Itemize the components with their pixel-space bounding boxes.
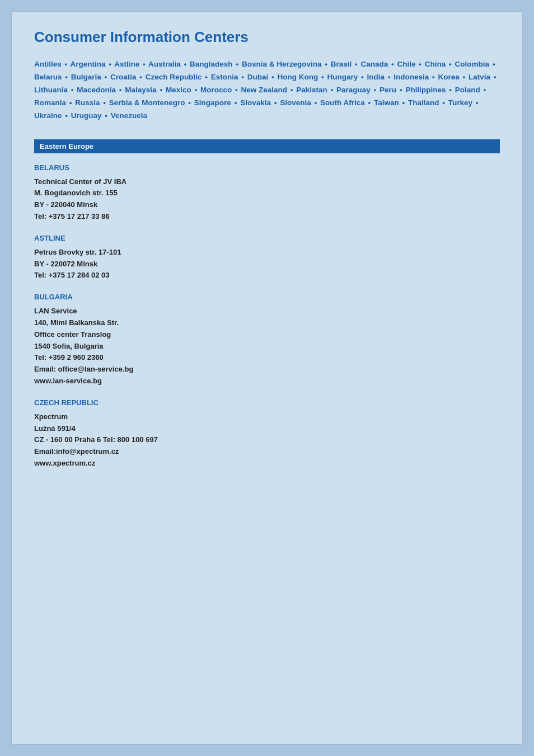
- nav-link[interactable]: Latvia: [469, 73, 490, 81]
- nav-link[interactable]: Dubai: [247, 73, 269, 81]
- bullet: •: [291, 86, 293, 94]
- nav-link[interactable]: Malaysia: [125, 86, 156, 94]
- bullet: •: [188, 98, 191, 107]
- section: Eastern EuropeBELARUSTechnical Center of…: [34, 139, 500, 469]
- nav-link[interactable]: Singapore: [194, 98, 231, 107]
- nav-link[interactable]: Estonia: [211, 73, 238, 81]
- bullet: •: [432, 73, 435, 81]
- nav-link[interactable]: Thailand: [408, 98, 439, 107]
- bullet: •: [388, 73, 391, 81]
- bullet: •: [374, 86, 377, 94]
- nav-link[interactable]: Mexico: [166, 86, 191, 94]
- bullet: •: [494, 73, 496, 81]
- country-section: ASTLINEPetrus Brovky str. 17-101BY - 220…: [34, 234, 500, 281]
- nav-link[interactable]: Uruguay: [71, 111, 102, 120]
- nav-link[interactable]: Czech Republic: [146, 73, 202, 81]
- nav-link[interactable]: Pakistan: [296, 86, 327, 94]
- nav-link[interactable]: South Africa: [320, 98, 365, 107]
- nav-link[interactable]: Colombia: [455, 60, 490, 68]
- country-section: BULGARIALAN Service140, Mimi Balkanska S…: [34, 293, 500, 387]
- bullet: •: [483, 86, 486, 94]
- nav-link[interactable]: India: [367, 73, 385, 81]
- bullet: •: [315, 98, 317, 107]
- nav-link[interactable]: Venezuela: [111, 111, 147, 120]
- bullet: •: [463, 73, 466, 81]
- bullet: •: [235, 98, 237, 107]
- country-name: ASTLINE: [34, 234, 500, 242]
- bullet: •: [331, 86, 334, 94]
- country-name: BELARUS: [34, 163, 500, 172]
- bullet: •: [449, 60, 452, 68]
- nav-link[interactable]: Paraguay: [336, 86, 371, 94]
- bullet: •: [493, 60, 495, 68]
- bullet: •: [241, 73, 244, 81]
- bullet: •: [355, 60, 358, 68]
- address-block: LAN Service140, Mimi Balkanska Str.Offic…: [34, 306, 500, 387]
- nav-link[interactable]: Hong Kong: [277, 73, 318, 81]
- nav-link[interactable]: Croatia: [110, 73, 137, 81]
- nav-link[interactable]: Poland: [455, 86, 480, 94]
- bullet: •: [143, 60, 146, 68]
- nav-link[interactable]: Romania: [34, 98, 66, 107]
- nav-link[interactable]: Lithuania: [34, 86, 68, 94]
- nav-link[interactable]: Bosnia & Herzegovina: [242, 60, 322, 68]
- bullet: •: [109, 60, 111, 68]
- nav-link[interactable]: Argentina: [71, 60, 106, 68]
- nav-link[interactable]: Brasil: [331, 60, 352, 68]
- nav-link[interactable]: Slovenia: [280, 98, 311, 107]
- bullet: •: [419, 60, 421, 68]
- nav-link[interactable]: Bangladesh: [190, 60, 233, 68]
- bullet: •: [449, 86, 452, 94]
- bullet: •: [160, 86, 162, 94]
- bullet: •: [69, 98, 72, 107]
- address-block: Petrus Brovky str. 17-101BY - 220072 Min…: [34, 247, 500, 281]
- bullet: •: [442, 98, 445, 107]
- bullet: •: [105, 111, 107, 120]
- bullet: •: [271, 73, 274, 81]
- nav-link[interactable]: Slovakia: [240, 98, 271, 107]
- bullet: •: [103, 98, 106, 107]
- bullet: •: [194, 86, 197, 94]
- bullet: •: [205, 73, 208, 81]
- nav-link[interactable]: Bulgaria: [71, 73, 101, 81]
- bullet: •: [391, 60, 394, 68]
- nav-link[interactable]: Turkey: [448, 98, 472, 107]
- nav-link[interactable]: Belarus: [34, 73, 62, 81]
- country-section: CZECH REPUBLICXpectrumLužná 591/4CZ - 16…: [34, 398, 500, 469]
- bullet: •: [321, 73, 324, 81]
- nav-link[interactable]: Serbia & Montenegro: [109, 98, 185, 107]
- nav-link[interactable]: Indonesia: [394, 73, 429, 81]
- nav-link[interactable]: Antilles: [34, 60, 62, 68]
- bullet: •: [325, 60, 327, 68]
- bullet: •: [139, 73, 142, 81]
- nav-link[interactable]: Taiwan: [374, 98, 399, 107]
- bullet: •: [71, 86, 74, 94]
- nav-link[interactable]: Australia: [148, 60, 181, 68]
- nav-link[interactable]: Macedonia: [77, 86, 116, 94]
- page-title: Consumer Information Centers: [34, 29, 500, 46]
- nav-link[interactable]: China: [425, 60, 446, 68]
- nav-link[interactable]: Astline: [114, 60, 139, 68]
- nav-link[interactable]: Hungary: [327, 73, 358, 81]
- nav-link[interactable]: Korea: [438, 73, 460, 81]
- nav-link[interactable]: New Zealand: [241, 86, 287, 94]
- country-name: CZECH REPUBLIC: [34, 398, 500, 407]
- bullet: •: [105, 73, 107, 81]
- bullet: •: [65, 111, 68, 120]
- nav-link[interactable]: Chile: [397, 60, 416, 68]
- nav-link[interactable]: Ukraine: [34, 111, 62, 120]
- nav-link[interactable]: Philippines: [405, 86, 446, 94]
- nav-link[interactable]: Peru: [380, 86, 396, 94]
- bullet: •: [184, 60, 187, 68]
- section-header: Eastern Europe: [34, 139, 500, 153]
- bullet: •: [119, 86, 122, 94]
- country-name: BULGARIA: [34, 293, 500, 301]
- nav-link[interactable]: Russia: [75, 98, 100, 107]
- nav-link[interactable]: Canada: [361, 60, 388, 68]
- address-block: XpectrumLužná 591/4CZ - 160 00 Praha 6 T…: [34, 411, 500, 469]
- nav-link[interactable]: Morocco: [200, 86, 232, 94]
- bullet: •: [400, 86, 402, 94]
- main-container: Consumer Information Centers Antilles • …: [11, 11, 523, 745]
- bullet: •: [236, 60, 238, 68]
- bullet: •: [274, 98, 277, 107]
